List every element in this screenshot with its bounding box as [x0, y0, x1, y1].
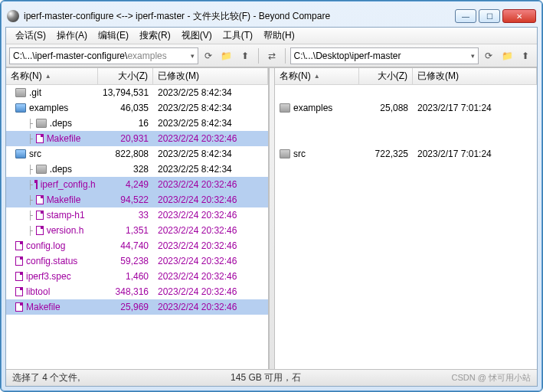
titlebar[interactable]: iperf-master-configure <--> iperf-master…	[5, 5, 538, 27]
swap-panes-button[interactable]: ⇄	[263, 47, 280, 64]
file-name: src	[29, 149, 41, 159]
table-row[interactable]: ├ Makefile20,9312023/2/24 20:32:46	[6, 131, 268, 146]
dropdown-icon[interactable]: ▾	[471, 52, 475, 60]
file-modified: 2023/2/25 8:42:34	[153, 103, 268, 113]
app-window: iperf-master-configure <--> iperf-master…	[0, 0, 543, 392]
table-row[interactable]: ├ stamp-h1332023/2/24 20:32:46	[6, 207, 268, 223]
file-icon	[15, 302, 23, 312]
left-file-list[interactable]: .git13,794,5312023/2/25 8:42:34examples4…	[6, 85, 268, 369]
file-name: Makefile	[47, 194, 81, 205]
col-name[interactable]: 名称(N)▲	[275, 68, 359, 84]
file-size: 722,325	[359, 149, 413, 159]
left-path-segment: C:\...\iperf-master-configure\examples ▾…	[9, 47, 254, 64]
close-button[interactable]: ✕	[502, 9, 536, 23]
file-modified: 2023/2/24 20:32:46	[153, 179, 268, 190]
table-row[interactable]: ├ .deps3282023/2/25 8:42:34	[6, 162, 268, 177]
folder-open-icon	[15, 149, 26, 158]
file-icon	[36, 180, 38, 189]
left-up-button[interactable]: ⬆	[237, 47, 254, 64]
file-icon	[15, 256, 23, 266]
right-path-segment: C:\...\Desktop\iperf-master ▾ ⟳ 📁 ⬆	[290, 47, 535, 64]
dropdown-icon[interactable]: ▾	[191, 52, 195, 60]
folder-closed-icon	[36, 165, 47, 174]
table-row[interactable]: libtool348,3162023/2/24 20:32:46	[6, 284, 268, 299]
file-icon	[15, 241, 23, 250]
file-size: 46,035	[98, 103, 153, 113]
table-row[interactable]: src822,8082023/2/25 8:42:34	[6, 146, 268, 162]
table-row[interactable]: .git13,794,5312023/2/25 8:42:34	[6, 85, 268, 100]
menu-session[interactable]: 会话(S)	[11, 28, 51, 44]
table-row[interactable]: config.log44,7402023/2/24 20:32:46	[6, 238, 268, 253]
status-left: 选择了 4 个文件,	[12, 371, 80, 384]
file-modified: 2023/2/24 20:32:46	[153, 210, 268, 220]
file-icon	[36, 211, 44, 220]
table-row[interactable]: src722,3252023/2/17 7:01:24	[275, 146, 537, 162]
right-path-combo[interactable]: C:\...\Desktop\iperf-master ▾	[290, 47, 479, 64]
col-size[interactable]: 大小(Z)	[98, 68, 153, 84]
file-modified: 2023/2/24 20:32:46	[153, 302, 268, 312]
file-modified: 2023/2/24 20:32:46	[153, 225, 268, 236]
status-bar: 选择了 4 个文件, 145 GB 可用，石 CSDN @ 怵可用小站	[6, 369, 537, 386]
right-browse-button[interactable]: 📁	[499, 47, 515, 64]
menu-tools[interactable]: 工具(T)	[218, 28, 257, 44]
col-modified[interactable]: 已修改(M)	[153, 68, 268, 84]
file-name: libtool	[26, 286, 50, 297]
menu-view[interactable]: 视图(V)	[177, 28, 217, 44]
right-file-list[interactable]: examples25,0882023/2/17 7:01:24src722,32…	[275, 85, 537, 369]
table-row[interactable]: examples25,0882023/2/17 7:01:24	[275, 100, 537, 116]
file-modified: 2023/2/24 20:32:46	[153, 133, 268, 144]
right-up-button[interactable]: ⬆	[517, 47, 534, 64]
table-row[interactable]: ├ Makefile94,5222023/2/24 20:32:46	[6, 192, 268, 207]
left-browse-button[interactable]: 📁	[218, 47, 235, 64]
col-name[interactable]: 名称(N)▲	[6, 68, 98, 84]
left-path-main: C:\...\iperf-master-configure\	[13, 51, 127, 61]
file-modified: 2023/2/24 20:32:46	[153, 240, 268, 251]
file-name: .deps	[50, 164, 72, 175]
file-modified: 2023/2/25 8:42:34	[153, 87, 268, 98]
minimize-button[interactable]: —	[455, 9, 476, 23]
pane-splitter[interactable]	[269, 68, 275, 369]
table-row[interactable]: ├ iperf_config.h4,2492023/2/24 20:32:46	[6, 177, 268, 192]
file-icon	[36, 134, 44, 143]
path-toolbar: C:\...\iperf-master-configure\examples ▾…	[6, 44, 537, 67]
maximize-button[interactable]: ☐	[479, 9, 500, 23]
table-row[interactable]: ├ version.h1,3512023/2/24 20:32:46	[6, 223, 268, 238]
folder-open-icon	[15, 103, 26, 113]
table-row[interactable]: ├ .deps162023/2/25 8:42:34	[6, 116, 268, 131]
folder-closed-icon	[280, 149, 290, 158]
file-size: 25,088	[359, 103, 413, 113]
menu-search[interactable]: 搜索(R)	[135, 28, 175, 44]
table-row[interactable]: examples46,0352023/2/25 8:42:34	[6, 100, 268, 116]
left-path-combo[interactable]: C:\...\iperf-master-configure\examples ▾	[9, 47, 198, 64]
toolbar-separator	[285, 48, 286, 64]
table-row[interactable]: config.status59,2382023/2/24 20:32:46	[6, 253, 268, 269]
left-refresh-button[interactable]: ⟳	[200, 47, 217, 64]
right-pane: 名称(N)▲ 大小(Z) 已修改(M) examples25,0882023/2…	[275, 68, 537, 369]
menu-help[interactable]: 帮助(H)	[259, 28, 299, 44]
client-area: 会话(S) 操作(A) 编辑(E) 搜索(R) 视图(V) 工具(T) 帮助(H…	[5, 27, 538, 387]
menu-edit[interactable]: 编辑(E)	[93, 28, 133, 44]
file-name: config.log	[26, 240, 65, 251]
file-name: iperf3.spec	[26, 271, 71, 282]
file-modified: 2023/2/24 20:32:46	[153, 194, 268, 205]
file-icon	[15, 272, 23, 281]
col-modified[interactable]: 已修改(M)	[413, 68, 537, 84]
file-name: iperf_config.h	[41, 179, 96, 190]
file-size: 59,238	[98, 256, 153, 266]
menu-actions[interactable]: 操作(A)	[52, 28, 92, 44]
table-row[interactable]: iperf3.spec1,4602023/2/24 20:32:46	[6, 269, 268, 284]
file-size: 20,931	[98, 133, 153, 144]
file-name: config.status	[26, 256, 77, 266]
file-name: examples	[293, 103, 332, 113]
right-refresh-button[interactable]: ⟳	[480, 47, 497, 64]
file-size: 13,794,531	[98, 87, 153, 98]
file-name: Makefile	[26, 302, 61, 312]
table-row[interactable]: Makefile25,9692023/2/24 20:32:46	[6, 299, 268, 315]
window-buttons: — ☐ ✕	[455, 9, 536, 23]
left-path-sub: examples	[127, 51, 166, 61]
file-size: 4,249	[98, 179, 153, 190]
file-size: 44,740	[98, 240, 153, 251]
file-name: src	[293, 149, 306, 159]
col-size[interactable]: 大小(Z)	[359, 68, 413, 84]
folder-closed-icon	[15, 88, 26, 97]
